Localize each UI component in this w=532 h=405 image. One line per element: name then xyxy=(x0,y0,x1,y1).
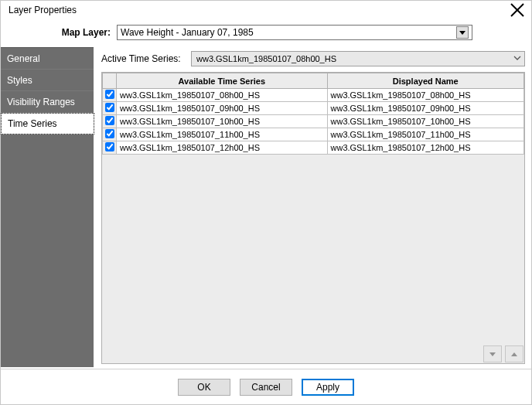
button-label: Cancel xyxy=(251,382,280,393)
sidebar: General Styles Visibility Ranges Time Se… xyxy=(1,47,94,367)
column-header-displayed[interactable]: Displayed Name xyxy=(327,73,524,89)
sidebar-tab-styles[interactable]: Styles xyxy=(1,70,94,91)
table-row[interactable]: ww3.GSL1km_19850107_11h00_HSww3.GSL1km_1… xyxy=(103,128,524,141)
table-row[interactable]: ww3.GSL1km_19850107_09h00_HSww3.GSL1km_1… xyxy=(103,102,524,115)
cell-displayed[interactable]: ww3.GSL1km_19850107_09h00_HS xyxy=(327,102,524,115)
table-row[interactable]: ww3.GSL1km_19850107_08h00_HSww3.GSL1km_1… xyxy=(103,89,524,102)
sidebar-tab-label: Styles xyxy=(7,75,32,86)
chevron-down-icon xyxy=(513,54,521,63)
button-label: OK xyxy=(197,382,210,393)
cell-displayed[interactable]: ww3.GSL1km_19850107_10h00_HS xyxy=(327,115,524,128)
chevron-down-icon xyxy=(459,31,466,35)
table-row[interactable]: ww3.GSL1km_19850107_10h00_HSww3.GSL1km_1… xyxy=(103,115,524,128)
row-checkbox-cell xyxy=(103,89,117,102)
ok-button[interactable]: OK xyxy=(178,379,230,396)
row-checkbox-cell xyxy=(103,115,117,128)
cell-available: ww3.GSL1km_19850107_12h00_HS xyxy=(117,141,328,155)
close-icon xyxy=(510,2,525,18)
active-time-series-value: ww3.GSL1km_19850107_08h00_HS xyxy=(196,54,336,63)
sidebar-tab-label: Visibility Ranges xyxy=(7,97,75,107)
column-header-available[interactable]: Available Time Series xyxy=(117,73,328,89)
cell-displayed[interactable]: ww3.GSL1km_19850107_08h00_HS xyxy=(327,89,524,102)
map-layer-value: Wave Height - January 07, 1985 xyxy=(121,27,254,38)
row-checkbox-cell xyxy=(103,102,117,115)
column-header-checkbox[interactable] xyxy=(103,73,117,89)
arrow-down-icon xyxy=(489,352,496,356)
map-layer-dropdown[interactable]: Wave Height - January 07, 1985 xyxy=(117,25,472,40)
sidebar-tab-general[interactable]: General xyxy=(1,48,94,70)
arrow-up-icon xyxy=(511,352,517,356)
sidebar-tab-label: Time Series xyxy=(8,118,57,129)
cell-available: ww3.GSL1km_19850107_09h00_HS xyxy=(117,102,328,115)
sidebar-tab-visibility-ranges[interactable]: Visibility Ranges xyxy=(1,91,94,113)
cell-available: ww3.GSL1km_19850107_10h00_HS xyxy=(117,115,328,128)
row-checkbox[interactable] xyxy=(105,142,114,151)
move-down-button[interactable] xyxy=(483,345,502,362)
time-series-table-wrap: Available Time Series Displayed Name ww3… xyxy=(101,72,525,364)
cell-displayed[interactable]: ww3.GSL1km_19850107_11h00_HS xyxy=(327,128,524,141)
active-time-series-dropdown[interactable]: ww3.GSL1km_19850107_08h00_HS xyxy=(191,51,525,66)
window-title: Layer Properties xyxy=(9,5,77,15)
row-checkbox[interactable] xyxy=(105,90,114,99)
row-checkbox[interactable] xyxy=(105,116,114,125)
row-checkbox[interactable] xyxy=(105,103,114,112)
sidebar-tab-time-series[interactable]: Time Series xyxy=(1,113,94,134)
move-up-button[interactable] xyxy=(505,345,523,362)
table-empty-area xyxy=(102,158,524,363)
map-layer-label: Map Layer: xyxy=(9,27,117,38)
row-checkbox[interactable] xyxy=(105,129,114,138)
time-series-table: Available Time Series Displayed Name ww3… xyxy=(102,73,524,155)
row-checkbox-cell xyxy=(103,141,117,155)
cell-displayed[interactable]: ww3.GSL1km_19850107_12h00_HS xyxy=(327,141,524,155)
active-time-series-label: Active Time Series: xyxy=(101,53,185,64)
cell-available: ww3.GSL1km_19850107_11h00_HS xyxy=(117,128,328,141)
button-label: Apply xyxy=(316,382,339,393)
apply-button[interactable]: Apply xyxy=(302,379,354,396)
row-checkbox-cell xyxy=(103,128,117,141)
table-row[interactable]: ww3.GSL1km_19850107_12h00_HSww3.GSL1km_1… xyxy=(103,141,524,155)
sidebar-tab-label: General xyxy=(7,53,40,64)
cancel-button[interactable]: Cancel xyxy=(240,379,292,396)
close-button[interactable] xyxy=(510,2,525,18)
dropdown-button[interactable] xyxy=(456,26,469,39)
cell-available: ww3.GSL1km_19850107_08h00_HS xyxy=(117,89,328,102)
